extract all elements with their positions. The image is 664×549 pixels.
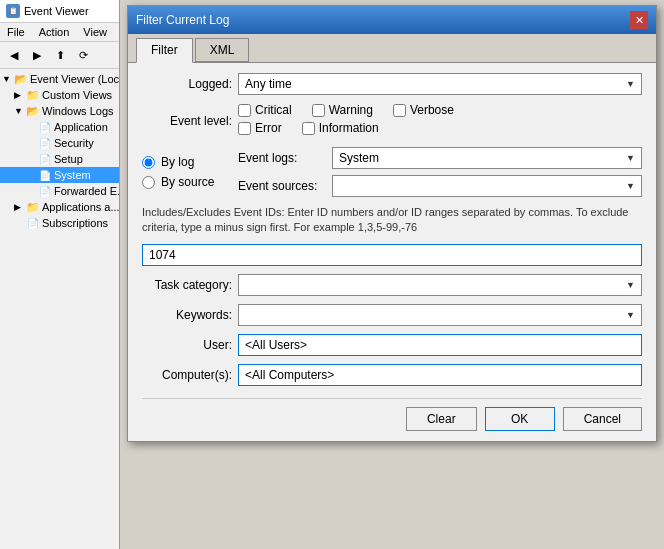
keywords-label: Keywords: xyxy=(142,308,232,322)
forwarded-label: Forwarded E... xyxy=(54,185,119,197)
event-level-label: Event level: xyxy=(142,114,232,128)
checkbox-verbose[interactable]: Verbose xyxy=(393,103,454,117)
radio-by-source-input[interactable] xyxy=(142,176,155,189)
tree-root-label: Event Viewer (Loc... xyxy=(30,73,119,85)
keywords-combo[interactable]: ▼ xyxy=(238,304,642,326)
subscriptions-label: Subscriptions xyxy=(42,217,108,229)
logged-label: Logged: xyxy=(142,77,232,91)
checkbox-warning-input[interactable] xyxy=(312,104,325,117)
apps-services-folder-icon: 📁 xyxy=(26,200,40,214)
keywords-arrow: ▼ xyxy=(626,310,635,320)
menu-action[interactable]: Action xyxy=(36,25,73,39)
menu-view[interactable]: View xyxy=(80,25,110,39)
checkbox-row-1: Critical Warning Verbose xyxy=(238,103,642,117)
radio-by-log[interactable]: By log xyxy=(142,155,232,169)
tree-application[interactable]: 📄 Application xyxy=(0,119,119,135)
dialog-content: Logged: Any time ▼ Event level: Critical xyxy=(128,63,656,441)
refresh-button[interactable]: ⟳ xyxy=(73,45,93,65)
setup-label: Setup xyxy=(54,153,83,165)
radio-by-log-input[interactable] xyxy=(142,156,155,169)
user-label: User: xyxy=(142,338,232,352)
hint-text: Includes/Excludes Event IDs: Enter ID nu… xyxy=(142,205,642,236)
setup-doc-icon: 📄 xyxy=(38,152,52,166)
custom-views-label: Custom Views xyxy=(42,89,112,101)
event-logs-row: Event logs: System ▼ xyxy=(238,147,642,169)
checkbox-critical-input[interactable] xyxy=(238,104,251,117)
tree-setup[interactable]: 📄 Setup xyxy=(0,151,119,167)
logged-combo[interactable]: Any time ▼ xyxy=(238,73,642,95)
checkbox-error-input[interactable] xyxy=(238,122,251,135)
menu-file[interactable]: File xyxy=(4,25,28,39)
task-category-row: Task category: ▼ xyxy=(142,274,642,296)
checkbox-warning-label: Warning xyxy=(329,103,373,117)
forward-button[interactable]: ▶ xyxy=(27,45,47,65)
event-sources-label: Event sources: xyxy=(238,179,326,193)
custom-views-folder-icon: 📁 xyxy=(26,88,40,102)
tree-subscriptions[interactable]: 📄 Subscriptions xyxy=(0,215,119,231)
checkbox-row-2: Error Information xyxy=(238,121,642,135)
task-category-combo[interactable]: ▼ xyxy=(238,274,642,296)
up-button[interactable]: ⬆ xyxy=(50,45,70,65)
event-level-checkboxes: Critical Warning Verbose xyxy=(238,103,642,139)
tab-xml[interactable]: XML xyxy=(195,38,250,62)
tree-forwarded[interactable]: 📄 Forwarded E... xyxy=(0,183,119,199)
checkbox-verbose-input[interactable] xyxy=(393,104,406,117)
forwarded-doc-icon: 📄 xyxy=(38,184,52,198)
cancel-button[interactable]: Cancel xyxy=(563,407,642,431)
task-category-arrow: ▼ xyxy=(626,280,635,290)
toolbar: ◀ ▶ ⬆ ⟳ xyxy=(0,42,119,69)
dialog-close-button[interactable]: ✕ xyxy=(630,11,648,29)
event-sources-arrow: ▼ xyxy=(626,181,635,191)
task-category-label: Task category: xyxy=(142,278,232,292)
checkbox-verbose-label: Verbose xyxy=(410,103,454,117)
windows-logs-folder-icon: 📂 xyxy=(26,104,40,118)
toggle-apps-services: ▶ xyxy=(14,202,26,212)
ok-button[interactable]: OK xyxy=(485,407,555,431)
user-input[interactable] xyxy=(238,334,642,356)
tree-system[interactable]: 📄 System xyxy=(0,167,119,183)
tab-bar: Filter XML xyxy=(128,34,656,63)
checkbox-critical[interactable]: Critical xyxy=(238,103,292,117)
sidebar: 📋 Event Viewer File Action View ◀ ▶ ⬆ ⟳ … xyxy=(0,0,120,549)
checkbox-error[interactable]: Error xyxy=(238,121,282,135)
radio-by-log-label: By log xyxy=(161,155,194,169)
checkbox-warning[interactable]: Warning xyxy=(312,103,373,117)
toggle-windows-logs: ▼ xyxy=(14,106,26,116)
folder-icon: 📂 xyxy=(14,72,28,86)
filter-dialog: Filter Current Log ✕ Filter XML Logged: … xyxy=(127,5,657,442)
menu-bar: File Action View xyxy=(0,23,119,42)
event-logs-arrow: ▼ xyxy=(626,153,635,163)
event-sources-combo[interactable]: ▼ xyxy=(332,175,642,197)
radio-by-source[interactable]: By source xyxy=(142,175,232,189)
toggle-custom-views: ▶ xyxy=(14,90,26,100)
event-level-row: Event level: Critical Warning xyxy=(142,103,642,139)
radio-area: By log By source xyxy=(142,155,232,189)
application-doc-icon: 📄 xyxy=(38,120,52,134)
logged-combo-arrow: ▼ xyxy=(626,79,635,89)
dialog-title: Filter Current Log xyxy=(136,13,229,27)
checkbox-information-input[interactable] xyxy=(302,122,315,135)
computer-input[interactable] xyxy=(238,364,642,386)
user-row: User: xyxy=(142,334,642,356)
tree-apps-services[interactable]: ▶ 📁 Applications a... xyxy=(0,199,119,215)
event-id-input[interactable] xyxy=(142,244,642,266)
checkbox-information-label: Information xyxy=(319,121,379,135)
app-title: Event Viewer xyxy=(24,5,89,17)
tree-root[interactable]: ▼ 📂 Event Viewer (Loc... xyxy=(0,71,119,87)
back-button[interactable]: ◀ xyxy=(4,45,24,65)
button-row: Clear OK Cancel xyxy=(142,398,642,431)
event-logs-combo[interactable]: System ▼ xyxy=(332,147,642,169)
tree-toggle-root: ▼ xyxy=(2,74,14,84)
clear-button[interactable]: Clear xyxy=(406,407,477,431)
tree-custom-views[interactable]: ▶ 📁 Custom Views xyxy=(0,87,119,103)
checkbox-information[interactable]: Information xyxy=(302,121,379,135)
tree-windows-logs[interactable]: ▼ 📂 Windows Logs xyxy=(0,103,119,119)
apps-services-label: Applications a... xyxy=(42,201,119,213)
event-logs-value: System xyxy=(339,151,379,165)
security-doc-icon: 📄 xyxy=(38,136,52,150)
checkbox-critical-label: Critical xyxy=(255,103,292,117)
checkbox-error-label: Error xyxy=(255,121,282,135)
subscriptions-doc-icon: 📄 xyxy=(26,216,40,230)
tab-filter[interactable]: Filter xyxy=(136,38,193,63)
tree-security[interactable]: 📄 Security xyxy=(0,135,119,151)
